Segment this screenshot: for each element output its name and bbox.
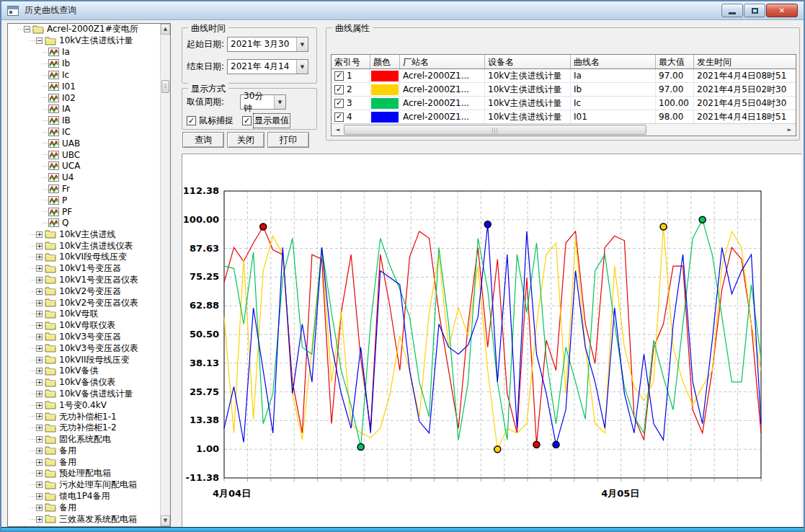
tree-item-UCA[interactable]: UCA: [8, 161, 160, 172]
tree-item-无功补偿柜1-1[interactable]: +无功补偿柜1-1: [8, 411, 160, 422]
tree-item-三效蒸发系统配电箱[interactable]: +三效蒸发系统配电箱: [8, 513, 160, 525]
expand-icon[interactable]: +: [36, 402, 43, 409]
grid-column-header-颜色[interactable]: 颜色: [370, 55, 400, 68]
tree-item-10kV1号变压器仪表[interactable]: +10kV1号变压器仪表: [8, 275, 160, 286]
tree-item-备用[interactable]: +备用: [8, 456, 160, 468]
expand-icon[interactable]: +: [36, 413, 43, 420]
tree-vertical-scrollbar[interactable]: ▲ ▼: [160, 24, 170, 526]
expand-icon[interactable]: +: [36, 345, 43, 352]
expand-icon[interactable]: +: [36, 379, 43, 386]
collapse-icon[interactable]: −: [36, 37, 43, 44]
tree-item-UAB[interactable]: UAB: [8, 138, 160, 149]
grid-row-Ia[interactable]: 1Acrel-2000Z1...10kV主供进线计量Ia97.002021年4月…: [332, 69, 796, 83]
tree-item-PF[interactable]: PF: [8, 206, 160, 218]
row-visible-checkbox[interactable]: [334, 71, 344, 81]
minimize-button[interactable]: [721, 4, 743, 17]
expand-icon[interactable]: +: [36, 459, 43, 466]
tree-item-污水处理车间配电箱[interactable]: +污水处理车间配电箱: [8, 479, 160, 491]
row-visible-checkbox[interactable]: [334, 99, 344, 108]
tree-item-IA[interactable]: IA: [8, 104, 160, 115]
grid-row-Ib[interactable]: 2Acrel-2000Z1...10kV主供进线计量Ib97.002021年4月…: [332, 83, 796, 97]
expand-icon[interactable]: +: [36, 288, 43, 295]
tree-item-10kV1号变压器[interactable]: +10kV1号变压器: [8, 263, 160, 275]
grid-column-header-最大值[interactable]: 最大值: [656, 55, 694, 68]
print-button[interactable]: 打印: [267, 132, 309, 148]
expand-icon[interactable]: +: [36, 311, 43, 317]
expand-icon[interactable]: +: [36, 357, 43, 363]
tree-item-10kV母联仪表[interactable]: +10kV母联仪表: [8, 320, 160, 332]
expand-icon[interactable]: +: [36, 254, 43, 260]
period-combobox[interactable]: 30分钟 ▼: [240, 94, 286, 110]
expand-icon[interactable]: +: [36, 436, 43, 443]
tree-item-备用[interactable]: +备用: [8, 445, 160, 456]
expand-icon[interactable]: +: [36, 322, 43, 329]
expand-icon[interactable]: +: [36, 448, 43, 454]
tree-item-10kVII段母线压变[interactable]: +10kVII段母线压变: [8, 354, 160, 365]
maximize-button[interactable]: [744, 4, 765, 17]
tree-item-Q[interactable]: Q: [8, 218, 160, 229]
expand-icon[interactable]: +: [36, 368, 43, 374]
tree-item-无功补偿柜1-2[interactable]: +无功补偿柜1-2: [8, 422, 160, 434]
scroll-down-arrow-icon[interactable]: ▼: [161, 515, 170, 526]
tree-item-10kV主供进线计量[interactable]: −10kV主供进线计量: [8, 35, 160, 47]
expand-icon[interactable]: +: [36, 231, 43, 238]
tree-item-I01[interactable]: I01: [8, 81, 160, 92]
expand-icon[interactable]: +: [36, 300, 43, 306]
expand-icon[interactable]: +: [36, 425, 43, 431]
expand-icon[interactable]: +: [36, 470, 43, 476]
expand-icon[interactable]: +: [36, 277, 43, 283]
tree-item-固化系统配电[interactable]: +固化系统配电: [8, 434, 160, 445]
show-extremes-checkbox[interactable]: [242, 116, 252, 125]
period-dropdown-icon[interactable]: ▼: [274, 95, 285, 109]
expand-icon[interactable]: +: [36, 516, 43, 523]
tree-item-Ia[interactable]: Ia: [8, 47, 160, 58]
query-button[interactable]: 查询: [182, 132, 224, 148]
grid-column-header-厂站名[interactable]: 厂站名: [400, 55, 485, 68]
tree-item-I02[interactable]: I02: [8, 92, 160, 104]
start-date-dropdown-icon[interactable]: ▼: [296, 37, 308, 51]
tree-item-10kV2号变压器[interactable]: +10kV2号变压器: [8, 285, 160, 297]
tree-item-1号变0.4kV[interactable]: +1号变0.4kV: [8, 399, 160, 411]
tree-item-10kV备供进线计量[interactable]: +10kV备供进线计量: [8, 389, 160, 400]
close-query-button[interactable]: 关闭: [227, 132, 264, 148]
expand-icon[interactable]: +: [36, 265, 43, 272]
end-date-picker[interactable]: 2021年 4月14 ▼: [227, 59, 308, 74]
grid-column-header-曲线名[interactable]: 曲线名: [571, 55, 656, 68]
grid-row-Ic[interactable]: 3Acrel-2000Z1...10kV主供进线计量Ic100.002021年4…: [332, 97, 796, 110]
collapse-icon[interactable]: −: [24, 26, 30, 32]
tree-item-Fr[interactable]: Fr: [8, 183, 160, 195]
tree-item-馈电1P4备用[interactable]: +馈电1P4备用: [8, 491, 160, 502]
expand-icon[interactable]: +: [36, 334, 43, 340]
tree-item-10kV3号变压器[interactable]: +10kV3号变压器: [8, 332, 160, 343]
tree-item-10kV母联[interactable]: +10kV母联: [8, 309, 160, 320]
grid-column-header-索引号[interactable]: 索引号: [332, 55, 370, 68]
grid-row-I01[interactable]: 4Acrel-2000Z1...10kV主供进线计量I0198.002021年4…: [332, 110, 796, 124]
close-button[interactable]: ✕: [766, 4, 798, 17]
scroll-left-arrow-icon[interactable]: ◄: [332, 125, 343, 136]
tree-item-UBC[interactable]: UBC: [8, 149, 160, 161]
tree-item-预处理配电箱[interactable]: +预处理配电箱: [8, 468, 160, 479]
tree-item-10kV备供仪表[interactable]: +10kV备供仪表: [8, 377, 160, 389]
mouse-capture-checkbox[interactable]: [187, 116, 196, 125]
tree-item-Ic[interactable]: Ic: [8, 69, 160, 81]
tree-item-10kV2号变压器仪表[interactable]: +10kV2号变压器仪表: [8, 297, 160, 309]
tree-item-10kV主供进线[interactable]: +10kV主供进线: [8, 229, 160, 240]
row-visible-checkbox[interactable]: [334, 85, 344, 94]
start-date-picker[interactable]: 2021年 3月30 ▼: [227, 37, 308, 52]
expand-icon[interactable]: +: [36, 505, 43, 511]
row-visible-checkbox[interactable]: [334, 112, 344, 122]
tree-item-IB[interactable]: IB: [8, 115, 160, 126]
tree-item-10kV主供进线仪表[interactable]: +10kV主供进线仪表: [8, 240, 160, 252]
tree-item-P[interactable]: P: [8, 195, 160, 206]
grid-column-header-设备名[interactable]: 设备名: [485, 55, 571, 68]
grid-column-header-发生时间[interactable]: 发生时间: [694, 55, 796, 68]
tree-item-IC[interactable]: IC: [8, 126, 160, 138]
tree-item-Acrel-2000Z1#变电所[interactable]: −Acrel-2000Z1#变电所: [8, 24, 160, 35]
tree-scrollbar-thumb[interactable]: [161, 80, 169, 93]
grid-horizontal-scrollbar[interactable]: ◄ ►: [332, 123, 796, 136]
tree-item-备用[interactable]: +备用: [8, 502, 160, 513]
end-date-dropdown-icon[interactable]: ▼: [296, 60, 308, 74]
scroll-up-arrow-icon[interactable]: ▲: [161, 24, 170, 35]
tree-item-10kV3号变压器仪表[interactable]: +10kV3号变压器仪表: [8, 342, 160, 354]
device-tree[interactable]: −Acrel-2000Z1#变电所−10kV主供进线计量IaIbIcI01I02…: [7, 23, 171, 527]
